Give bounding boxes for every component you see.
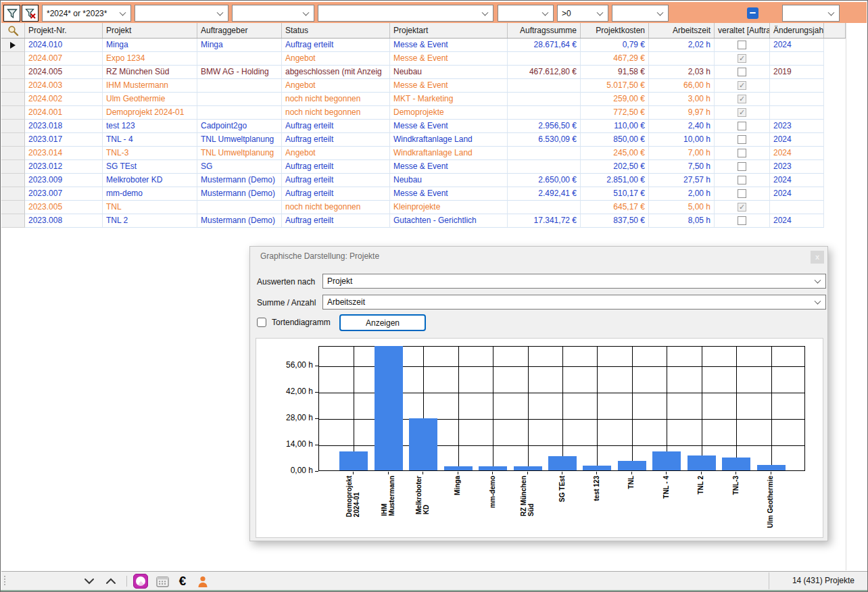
toolbar-grip[interactable] [4,576,5,585]
grid-cell-nr[interactable]: 2023.007 [25,187,103,201]
grid-cell-zeit[interactable]: 5,00 h [649,201,715,214]
grid-cell-summe[interactable] [508,79,581,93]
grid-cell-projektart[interactable]: Demoprojekte [390,106,508,120]
grid-cell-nr[interactable]: 2024.003 [25,79,103,93]
veraltet-checkbox[interactable] [738,149,746,157]
grid-cell-auftraggeber[interactable]: Cadpoint2go [197,120,282,133]
grid-cell-projekt[interactable]: TNL 2 [103,214,197,228]
grid-cell-auftraggeber[interactable] [197,106,282,120]
grid-cell-status[interactable]: Angebot [282,79,390,93]
filter-combo-3[interactable] [232,5,314,22]
grid-cell-projekt[interactable]: Demoprojekt 2024-01 [103,106,197,120]
veraltet-checkbox[interactable] [738,122,746,130]
grid-cell-jahr[interactable] [770,79,824,93]
grid-cell-auftraggeber[interactable] [197,79,282,93]
grid-cell-projektart[interactable]: MKT - Marketing [390,93,508,106]
grid-cell-kosten[interactable]: 772,50 € [581,106,649,120]
grid-cell-jahr[interactable]: 2019 [770,66,824,79]
grid-cell-summe[interactable]: 17.341,72 € [508,214,581,228]
grid-cell-jahr[interactable]: 2024 [770,39,824,52]
grid-cell-jahr[interactable] [770,93,824,106]
auswerten-nach-combo[interactable]: Projekt [322,274,826,289]
grid-cell-projekt[interactable]: Expo 1234 [103,52,197,66]
grid-cell-zeit[interactable]: 3,00 h [649,93,715,106]
grid-header-auftraggeber[interactable]: Auftraggeber [197,23,282,38]
grid-cell-nr[interactable]: 2023.018 [25,120,103,133]
grid-cell-veraltet[interactable] [715,174,770,187]
grid-cell-projekt[interactable]: mm-demo [103,187,197,201]
grid-cell-nr[interactable]: 2023.008 [25,214,103,228]
grid-cell-status[interactable]: Auftrag erteilt [282,160,390,174]
grid-cell-kosten[interactable]: 245,00 € [581,147,649,160]
row-selector[interactable] [1,174,25,187]
veraltet-checkbox[interactable] [738,41,746,49]
grid-cell-jahr[interactable]: 2023 [770,160,824,174]
grid-cell-jahr[interactable]: 2024 [770,187,824,201]
grid-cell-jahr[interactable]: 2024 [770,133,824,147]
summe-anzahl-combo[interactable]: Arbeitszeit [322,295,826,310]
grid-cell-veraltet[interactable]: ✓ [715,106,770,120]
row-selector[interactable] [1,160,25,174]
grid-cell-zeit[interactable]: 7,50 h [649,160,715,174]
dialog-close-button[interactable]: x [811,251,824,264]
grid-cell-kosten[interactable]: 0,79 € [581,39,649,52]
row-selector[interactable] [1,52,25,66]
row-selector[interactable] [1,66,25,79]
filter-clear-button[interactable] [22,5,39,22]
grid-cell-veraltet[interactable]: ✓ [715,52,770,66]
grid-cell-auftraggeber[interactable]: Minga [197,39,282,52]
grid-cell-projekt[interactable]: IHM Mustermann [103,79,197,93]
grid-cell-zeit[interactable]: 8,05 h [649,214,715,228]
grid-cell-summe[interactable] [508,201,581,214]
grid-cell-projektart[interactable]: Messe & Event [390,120,508,133]
grid-cell-jahr[interactable]: 2023 [770,120,824,133]
grid-cell-projekt[interactable]: TNL [103,201,197,214]
grid-cell-kosten[interactable]: 202,50 € [581,160,649,174]
grid-header-projekt[interactable]: Projekt [103,23,197,38]
grid-header-zeit[interactable]: Arbeitszeit [649,23,715,38]
veraltet-checkbox[interactable]: ✓ [738,81,746,90]
filter-combo-5[interactable] [498,5,554,22]
grid-cell-auftraggeber[interactable]: TNL Umweltplanung [197,147,282,160]
grid-cell-summe[interactable]: 2.650,00 € [508,174,581,187]
grid-cell-summe[interactable]: 2.956,50 € [508,120,581,133]
row-selector[interactable] [1,201,25,214]
grid-cell-summe[interactable]: 28.671,64 € [508,39,581,52]
grid-corner-cell[interactable] [1,23,25,38]
grid-cell-veraltet[interactable] [715,66,770,79]
grid-cell-jahr[interactable]: 2024 [770,147,824,160]
row-selector[interactable] [1,79,25,93]
grid-cell-kosten[interactable]: 5.017,50 € [581,79,649,93]
grid-cell-veraltet[interactable]: ✓ [715,93,770,106]
grid-cell-veraltet[interactable] [715,133,770,147]
grid-cell-nr[interactable]: 2024.002 [25,93,103,106]
grid-cell-summe[interactable]: 467.612,80 € [508,66,581,79]
filter-apply-button[interactable] [3,5,20,22]
filter-combo-4[interactable] [318,5,493,22]
grid-cell-projekt[interactable]: Melkroboter KD [103,174,197,187]
grid-header-veraltet[interactable]: veraltet [Auftra [715,23,770,38]
row-selector[interactable] [1,187,25,201]
grid-cell-auftraggeber[interactable]: Mustermann (Demo) [197,187,282,201]
grid-header-nr[interactable]: Projekt-Nr. [25,23,103,38]
grid-cell-summe[interactable] [508,93,581,106]
filter-combo-6[interactable]: >0 [557,5,608,22]
grid-cell-auftraggeber[interactable]: TNL Umweltplanung [197,133,282,147]
grid-cell-kosten[interactable]: 510,17 € [581,187,649,201]
grid-cell-status[interactable]: Angebot [282,147,390,160]
grid-cell-summe[interactable] [508,147,581,160]
veraltet-checkbox[interactable]: ✓ [738,54,746,63]
grid-cell-nr[interactable]: 2023.017 [25,133,103,147]
grid-cell-projektart[interactable]: Kleinprojekte [390,201,508,214]
grid-cell-summe[interactable] [508,160,581,174]
grid-cell-veraltet[interactable]: ✓ [715,201,770,214]
row-selector[interactable] [1,39,25,52]
grid-cell-kosten[interactable]: 837,50 € [581,214,649,228]
grid-cell-veraltet[interactable] [715,160,770,174]
grid-cell-status[interactable]: Auftrag erteilt [282,39,390,52]
grid-cell-jahr[interactable]: 2024 [770,174,824,187]
veraltet-checkbox[interactable] [738,68,746,76]
grid-header-status[interactable]: Status [282,23,390,38]
filter-combo-1[interactable]: *2024* or *2023* [42,5,131,22]
grid-cell-projektart[interactable]: Neubau [390,66,508,79]
